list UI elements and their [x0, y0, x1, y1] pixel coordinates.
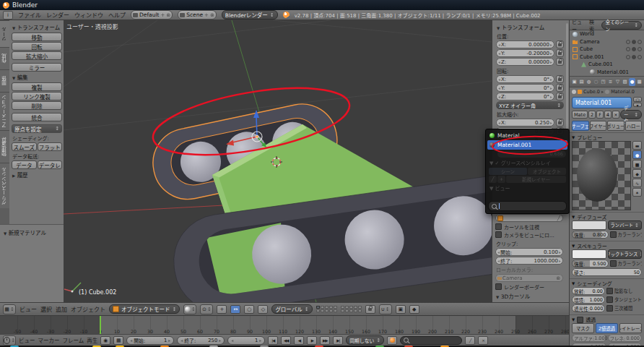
- menu-marker[interactable]: マーカー: [38, 336, 60, 344]
- shade-smooth-button[interactable]: スムーズ: [12, 142, 37, 151]
- local-camera-field[interactable]: Camera⊗: [495, 274, 563, 282]
- panel-header-new-material[interactable]: ▼ 新規マテリアル: [4, 228, 64, 236]
- layers-grid-2[interactable]: [341, 306, 362, 312]
- tab-create[interactable]: 作成: [0, 47, 9, 69]
- preview-monkey-button[interactable]: ◆: [632, 169, 642, 178]
- viewport-shading-dropdown[interactable]: ↕: [183, 304, 196, 314]
- lock-to-object-field[interactable]: ╱: [495, 214, 563, 222]
- slots-count[interactable]: 4: [604, 111, 612, 119]
- menu-help[interactable]: ヘルプ: [108, 11, 126, 19]
- rotation-y-field[interactable]: ◂Y:0°▸: [496, 84, 554, 92]
- diffuse-intensity-slider[interactable]: 強度:0.800: [572, 231, 609, 239]
- preview-cube-button[interactable]: ■: [632, 160, 642, 168]
- diffuse-ramp-checkbox[interactable]: カラーランプ: [610, 231, 643, 238]
- manipulator-scale-button[interactable]: ◇: [258, 305, 268, 314]
- tab-object-icon[interactable]: ◳: [600, 78, 606, 86]
- location-x-field[interactable]: ◂X:0.00000▸: [496, 40, 554, 48]
- current-frame-field[interactable]: ◂1▸: [227, 336, 265, 345]
- panel-header-transparency[interactable]: ▼透過: [572, 316, 642, 323]
- rotation-x-field[interactable]: ◂X:0°▸: [496, 75, 554, 83]
- manipulator-rotate-button[interactable]: ○: [244, 305, 254, 314]
- specular-shader-dropdown[interactable]: クックトランス↕: [608, 249, 643, 259]
- panel-header-transform[interactable]: ▼ トランスフォーム: [12, 23, 62, 31]
- cubic-interpolation-checkbox[interactable]: 三次補間: [606, 305, 642, 312]
- render-engine-dropdown[interactable]: Blenderレンダー↕: [222, 10, 278, 20]
- mirror-button[interactable]: ミラー: [12, 63, 62, 72]
- specular-ramp-checkbox[interactable]: カラーランプ: [610, 260, 643, 267]
- rotation-mode-dropdown[interactable]: XYZ オイラー角↕: [496, 101, 564, 109]
- jump-to-end-button[interactable]: ▶|: [333, 336, 343, 345]
- lock-icon[interactable]: [556, 119, 564, 127]
- tangent-shading-checkbox[interactable]: タンジェント...: [606, 296, 642, 303]
- translucency-field[interactable]: 透光性:0.000: [572, 304, 605, 312]
- lock-icon[interactable]: [556, 40, 564, 48]
- lock-camera-row[interactable]: カメラをビューにロ...: [495, 231, 563, 239]
- transparency-raytrace-button[interactable]: レイトレース: [619, 323, 642, 333]
- panel-header-history[interactable]: ▶ 履歴: [12, 171, 62, 179]
- outliner-item-world[interactable]: World: [570, 30, 644, 38]
- tab-scene-icon[interactable]: ◍: [586, 78, 592, 86]
- tab-physics[interactable]: 物理演算: [0, 130, 9, 163]
- scale-button[interactable]: 拡大縮小: [12, 51, 62, 60]
- frame-options-icon[interactable]: ▦: [113, 336, 123, 345]
- lock-icon[interactable]: [556, 49, 564, 57]
- pivot-point-dropdown[interactable]: ⊙↕: [200, 304, 213, 314]
- editor-type-button[interactable]: ▦↕: [3, 304, 16, 314]
- render-border-row[interactable]: レンダーボーダー: [495, 283, 563, 291]
- fake-user-button[interactable]: F: [596, 111, 604, 119]
- sync-mode-dropdown[interactable]: 同期しない↕: [346, 335, 384, 345]
- data-layout-button[interactable]: データレ: [38, 160, 63, 169]
- panel-header-3d-cursor[interactable]: ▼ 3Dカーソル: [496, 292, 563, 300]
- transparency-mask-button[interactable]: マスク: [572, 323, 594, 333]
- editor-type-info-icon[interactable]: i: [3, 11, 13, 20]
- lock-icon[interactable]: [556, 84, 564, 92]
- current-frame-playhead[interactable]: [100, 316, 101, 335]
- popup-search-input[interactable]: [488, 201, 567, 211]
- shade-flat-button[interactable]: フラット: [38, 142, 63, 151]
- outliner-item-cube-001[interactable]: Cube.001: [570, 53, 644, 61]
- panel-header-transform[interactable]: ▼ トランスフォーム: [497, 23, 564, 31]
- lock-icon[interactable]: [556, 93, 564, 100]
- tab-grease-pencil[interactable]: グリースペンシル: [0, 163, 9, 208]
- preview-flat-button[interactable]: ▬: [632, 141, 642, 150]
- data-transfer-button[interactable]: データ: [12, 160, 37, 169]
- menu-view[interactable]: ビュー: [19, 305, 37, 313]
- panel-header-edit[interactable]: ▼ 編集: [12, 73, 62, 81]
- preview-hair-button[interactable]: ∿: [632, 179, 642, 187]
- alpha-field[interactable]: アルファ:1.000: [572, 334, 606, 342]
- render-opengl-button[interactable]: ▣: [396, 305, 406, 314]
- ambient-field[interactable]: 環境:1.000: [572, 296, 605, 304]
- frame-start-field[interactable]: ◂開始:1▸: [126, 336, 174, 345]
- tab-constraints-icon[interactable]: ≡: [607, 78, 614, 86]
- users-count-button[interactable]: 2: [588, 111, 596, 119]
- transparency-ztransp-button[interactable]: Z値透過: [596, 323, 618, 333]
- specular-color-swatch[interactable]: [572, 249, 606, 259]
- rotate-button[interactable]: 回転: [12, 42, 62, 51]
- play-button[interactable]: ▶: [307, 336, 317, 345]
- viewport-3d[interactable]: ユーザー・透視投影 (1) Cube.002: [64, 20, 492, 302]
- scene-selector[interactable]: Scene + ⊗: [178, 10, 217, 20]
- menu-render[interactable]: レンダー: [46, 11, 69, 19]
- diffuse-shader-dropdown[interactable]: ランバート↕: [608, 220, 643, 230]
- lock-icon[interactable]: [556, 58, 564, 66]
- preview-range-icon[interactable]: ◉: [100, 336, 110, 345]
- snap-magnet-dropdown[interactable]: ∪↕: [379, 304, 392, 314]
- jump-next-keyframe-button[interactable]: ▶▶: [320, 336, 330, 345]
- translate-button[interactable]: 移動: [12, 33, 62, 41]
- editor-type-button[interactable]: ↕: [3, 335, 16, 346]
- delete-button[interactable]: 削除: [12, 101, 62, 110]
- lock-icon[interactable]: [556, 75, 564, 83]
- window-titlebar[interactable]: Blender: [0, 0, 644, 10]
- specular-intensity-slider[interactable]: 強度:0.500: [572, 260, 609, 267]
- link-mode-dropdown[interactable]: データ↕: [620, 110, 642, 119]
- type-wire-tab[interactable]: ワイヤー: [590, 121, 607, 131]
- timeline-ruler[interactable]: -50-40-30-20-100102030405060708090100110…: [0, 315, 569, 335]
- join-button[interactable]: 統合: [12, 113, 62, 121]
- menu-frame[interactable]: フレーム: [63, 336, 84, 344]
- jump-to-start-button[interactable]: |◀: [268, 336, 278, 345]
- screen-layout-selector[interactable]: Default + ⊗: [131, 10, 173, 20]
- tab-tools[interactable]: ツール: [0, 20, 9, 47]
- type-volume-tab[interactable]: ボリュー: [607, 121, 625, 131]
- tab-render-icon[interactable]: ▣: [571, 78, 578, 86]
- diffuse-color-swatch[interactable]: [572, 220, 606, 230]
